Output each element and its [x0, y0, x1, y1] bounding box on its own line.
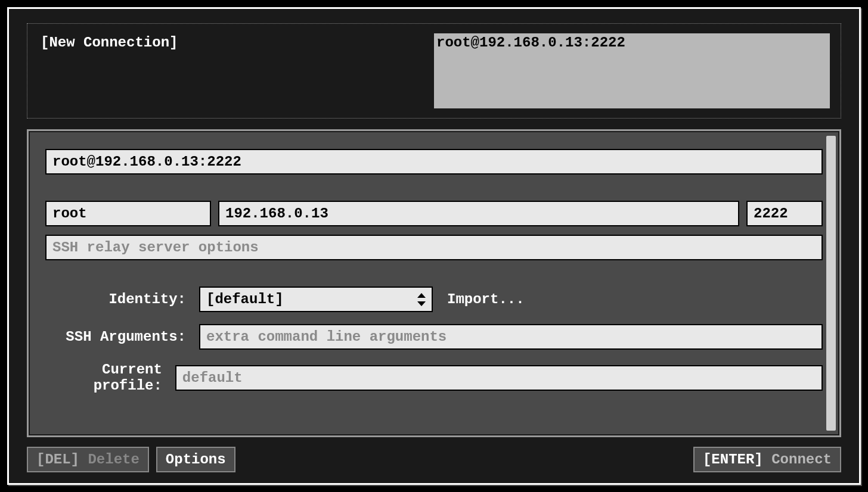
options-button-label: Options — [166, 451, 226, 468]
outer-frame: [New Connection] root@192.168.0.13:2222 — [7, 7, 861, 485]
saved-connection-item[interactable]: root@192.168.0.13:2222 — [434, 33, 830, 108]
form-panel-outer: Identity: [default] Import... SSH Argume… — [27, 129, 841, 437]
relay-options-input[interactable] — [45, 235, 823, 260]
delete-key-hint: [DEL] — [36, 451, 79, 468]
connection-string-input[interactable] — [45, 149, 823, 175]
connect-button[interactable]: [ENTER] Connect — [693, 447, 841, 472]
delete-button-label: Delete — [88, 451, 139, 468]
host-input[interactable] — [218, 201, 739, 226]
import-link[interactable]: Import... — [447, 291, 525, 307]
ssh-arguments-label: SSH Arguments: — [45, 329, 199, 345]
bottom-bar: [DEL] Delete Options [ENTER] Connect — [27, 447, 841, 472]
options-button[interactable]: Options — [156, 447, 235, 472]
scrollbar[interactable] — [826, 136, 836, 431]
identity-select[interactable]: [default] — [199, 287, 433, 312]
current-profile-label: Current profile: — [45, 362, 175, 394]
connect-key-hint: [ENTER] — [703, 451, 763, 468]
chevron-updown-icon — [417, 293, 426, 306]
main-container: [New Connection] root@192.168.0.13:2222 — [9, 9, 859, 483]
right-button-group: [ENTER] Connect — [693, 447, 841, 472]
connections-list: [New Connection] root@192.168.0.13:2222 — [27, 23, 841, 119]
identity-label: Identity: — [45, 291, 199, 307]
left-button-group: [DEL] Delete Options — [27, 447, 235, 472]
identity-select-value: [default] — [206, 291, 284, 307]
new-connection-item[interactable]: [New Connection] — [38, 33, 434, 108]
current-profile-input[interactable] — [175, 365, 823, 391]
port-input[interactable] — [746, 201, 823, 226]
delete-button[interactable]: [DEL] Delete — [27, 447, 149, 472]
username-input[interactable] — [45, 201, 211, 226]
form-panel: Identity: [default] Import... SSH Argume… — [30, 132, 838, 434]
ssh-arguments-input[interactable] — [199, 324, 823, 350]
connect-button-label: Connect — [771, 451, 832, 468]
